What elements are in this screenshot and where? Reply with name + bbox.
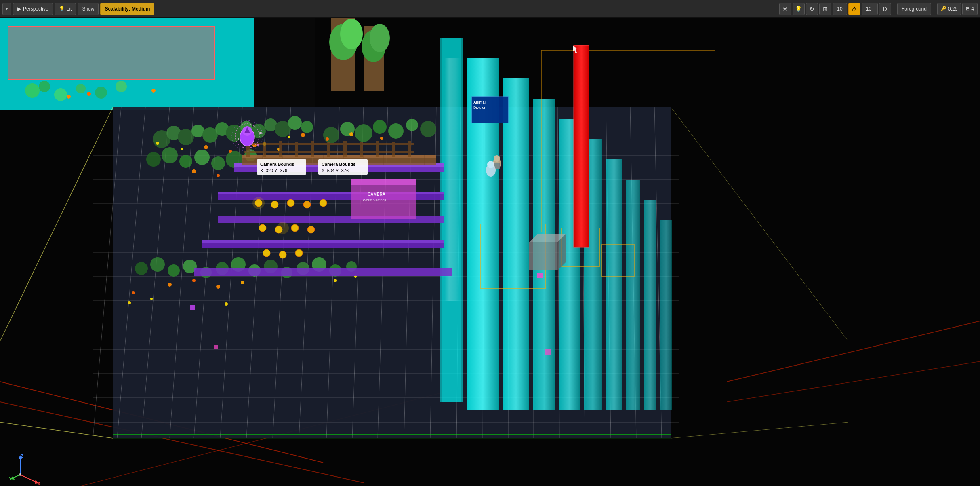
svg-point-131 (263, 142, 266, 146)
svg-point-12 (76, 84, 86, 93)
count-value[interactable]: ⊟ 4 (962, 3, 978, 15)
svg-point-111 (312, 257, 326, 272)
svg-point-13 (95, 87, 107, 99)
svg-point-112 (329, 264, 341, 277)
svg-point-20 (340, 19, 363, 49)
svg-point-133 (334, 279, 337, 282)
svg-line-35 (352, 107, 364, 438)
svg-line-46 (630, 107, 636, 438)
svg-point-11 (54, 88, 67, 101)
svg-line-37 (404, 107, 412, 438)
svg-rect-226 (190, 305, 195, 310)
svg-line-3 (81, 382, 485, 486)
lit-button[interactable]: 💡 Lit (55, 3, 76, 15)
svg-point-110 (297, 262, 309, 275)
svg-rect-7 (8, 27, 214, 79)
svg-rect-214 (494, 163, 500, 169)
svg-line-4 (727, 321, 980, 382)
svg-point-107 (248, 264, 261, 277)
svg-rect-0 (0, 18, 980, 486)
svg-point-188 (279, 251, 286, 258)
svg-point-17 (151, 89, 156, 93)
angle-snap[interactable]: 10° (862, 3, 878, 15)
svg-point-88 (179, 155, 192, 168)
svg-line-25 (93, 107, 121, 438)
svg-point-125 (301, 133, 305, 137)
svg-point-176 (238, 138, 239, 140)
light-icon[interactable]: 💡 (793, 3, 805, 15)
svg-point-129 (156, 142, 159, 145)
svg-point-101 (150, 257, 165, 272)
svg-point-184 (275, 226, 282, 233)
svg-point-94 (340, 122, 355, 136)
svg-point-239 (19, 473, 21, 476)
svg-point-19 (329, 24, 358, 60)
svg-point-109 (281, 267, 292, 278)
perspective-button[interactable]: ▶ Perspective (13, 3, 53, 15)
layers-icon: ⊟ (966, 6, 969, 11)
svg-point-221 (486, 164, 496, 177)
svg-rect-227 (529, 242, 557, 270)
svg-point-23 (370, 24, 390, 52)
sun-icon[interactable]: ☀ (779, 3, 791, 15)
svg-rect-166 (392, 142, 395, 157)
svg-rect-196 (257, 159, 306, 175)
svg-point-81 (251, 124, 266, 138)
svg-line-219 (671, 107, 848, 341)
svg-marker-240 (573, 45, 578, 53)
svg-line-236 (11, 475, 20, 479)
svg-line-43 (557, 107, 559, 438)
svg-rect-69 (660, 220, 672, 410)
svg-point-117 (277, 148, 280, 151)
opacity-icon: 🔑 (941, 6, 946, 11)
scene-svg: CAMERA World Settings Camera Bounds X=32… (0, 18, 980, 486)
svg-rect-192 (351, 179, 416, 219)
svg-rect-62 (503, 78, 529, 410)
rotate-icon[interactable]: ↻ (806, 3, 818, 15)
opacity-number: 0,25 (948, 6, 957, 12)
svg-rect-193 (351, 179, 416, 185)
svg-point-93 (323, 127, 339, 143)
svg-line-1 (0, 382, 323, 463)
scalability-button[interactable]: Scalability: Medium (100, 3, 154, 15)
svg-point-185 (291, 224, 299, 232)
svg-line-217 (0, 107, 113, 341)
svg-point-9 (25, 83, 40, 98)
svg-rect-208 (602, 244, 634, 277)
viewport-options-icon[interactable]: ▼ (2, 3, 11, 15)
svg-point-190 (252, 197, 265, 209)
svg-point-98 (406, 119, 418, 131)
svg-point-16 (87, 92, 91, 96)
show-button[interactable]: Show (78, 3, 99, 15)
svg-point-123 (241, 281, 244, 284)
svg-rect-209 (541, 50, 715, 232)
svg-text:X=504 Y=376: X=504 Y=376 (322, 168, 349, 173)
svg-rect-18 (331, 18, 355, 91)
svg-rect-202 (472, 97, 508, 123)
svg-rect-63 (533, 99, 555, 410)
svg-line-220 (671, 422, 848, 438)
svg-point-170 (240, 128, 254, 146)
foreground-button[interactable]: Foreground (897, 3, 931, 15)
svg-point-118 (192, 169, 196, 173)
svg-point-100 (135, 262, 148, 275)
count-number: 4 (971, 6, 974, 12)
viewport[interactable]: CAMERA World Settings Camera Bounds X=32… (0, 18, 980, 486)
snap-mode-icon[interactable]: D (879, 3, 891, 15)
svg-point-189 (295, 249, 303, 257)
separator-2 (934, 3, 934, 15)
svg-point-213 (494, 155, 500, 162)
svg-text:Division: Division (473, 106, 486, 110)
svg-rect-68 (644, 200, 656, 410)
snap-number[interactable]: 10 (833, 3, 847, 15)
svg-point-15 (67, 95, 71, 99)
svg-rect-160 (295, 142, 298, 157)
svg-point-135 (128, 301, 131, 304)
svg-point-178 (255, 199, 262, 207)
scalability-label: Scalability: Medium (105, 6, 150, 12)
opacity-value[interactable]: 🔑 0,25 (937, 3, 961, 15)
svg-text:Animal: Animal (473, 100, 486, 104)
grid-icon[interactable]: ⊞ (819, 3, 831, 15)
svg-line-5 (727, 361, 980, 402)
warning-icon[interactable]: ⚠ (848, 3, 860, 15)
